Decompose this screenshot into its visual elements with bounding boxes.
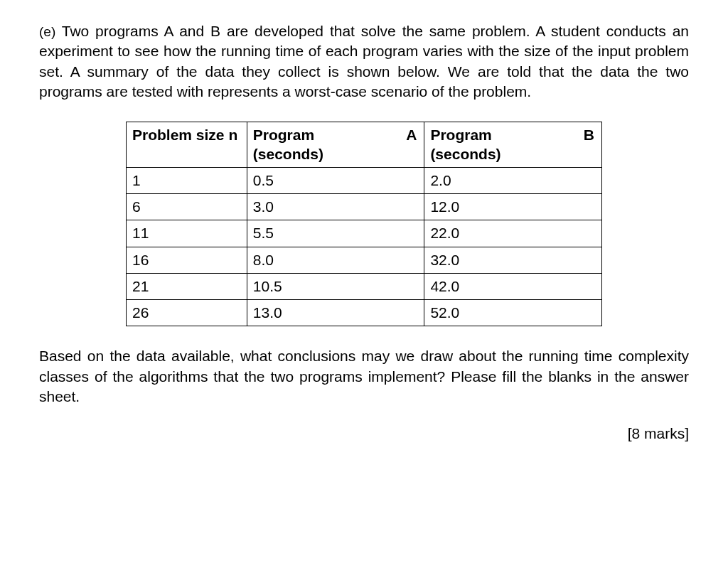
table-row: 21 10.5 42.0 [127, 273, 602, 299]
cell-b: 12.0 [424, 194, 602, 220]
header-a-letter: A [406, 126, 417, 144]
cell-a: 10.5 [247, 273, 424, 299]
part-label: (e) [39, 24, 55, 39]
cell-b: 22.0 [424, 220, 602, 247]
table-container: Problem size n Program (seconds) A Progr… [39, 122, 689, 326]
header-b-letter: B [584, 126, 594, 144]
marks-label: [8 marks] [39, 424, 689, 444]
cell-b: 2.0 [424, 167, 602, 193]
table-row: 16 8.0 32.0 [127, 247, 602, 273]
cell-b: 32.0 [424, 247, 602, 273]
header-b-label: Program [430, 126, 596, 144]
header-b-sub: (seconds) [430, 145, 596, 164]
cell-n: 11 [127, 220, 247, 247]
cell-n: 6 [127, 194, 247, 220]
cell-a: 3.0 [247, 194, 424, 220]
cell-b: 52.0 [424, 300, 602, 326]
header-problem-size: Problem size n [127, 122, 247, 168]
table-row: 26 13.0 52.0 [127, 300, 602, 326]
cell-b: 42.0 [424, 273, 602, 299]
cell-n: 16 [127, 247, 247, 273]
data-table: Problem size n Program (seconds) A Progr… [126, 122, 602, 326]
table-body: 1 0.5 2.0 6 3.0 12.0 11 5.5 22.0 16 8.0 … [127, 167, 602, 326]
cell-a: 0.5 [247, 167, 424, 193]
header-a-label: Program [253, 126, 419, 144]
cell-n: 1 [127, 167, 247, 193]
intro-paragraph: (e) Two programs A and B are developed t… [39, 21, 689, 102]
cell-n: 26 [127, 300, 247, 326]
intro-text: Two programs A and B are developed that … [39, 23, 689, 100]
cell-n: 21 [127, 273, 247, 299]
table-row: 6 3.0 12.0 [127, 194, 602, 220]
table-header-row: Problem size n Program (seconds) A Progr… [127, 122, 602, 168]
table-row: 11 5.5 22.0 [127, 220, 602, 247]
cell-a: 5.5 [247, 220, 424, 247]
question-paragraph: Based on the data available, what conclu… [39, 346, 689, 407]
table-row: 1 0.5 2.0 [127, 167, 602, 193]
header-a-sub: (seconds) [253, 145, 419, 164]
cell-a: 13.0 [247, 300, 424, 326]
cell-a: 8.0 [247, 247, 424, 273]
header-program-b: Program (seconds) B [424, 122, 602, 168]
header-program-a: Program (seconds) A [247, 122, 424, 168]
